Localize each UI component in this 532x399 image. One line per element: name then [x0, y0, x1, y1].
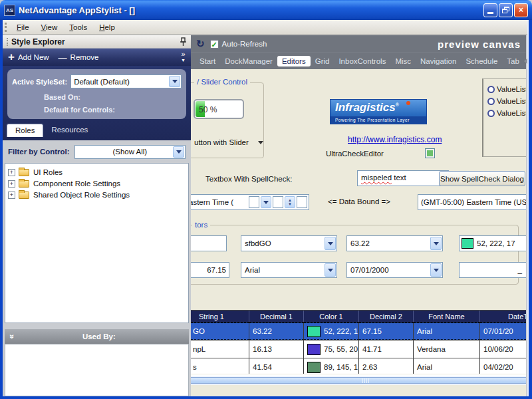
- string-combo[interactable]: sfbdGO: [241, 235, 337, 251]
- styleset-toolbar: + Add New — Remove » ▼: [3, 49, 191, 66]
- refresh-icon[interactable]: ↻: [196, 38, 205, 50]
- editor-button[interactable]: [249, 196, 259, 208]
- radio-icon[interactable]: [487, 110, 495, 117]
- font-combo[interactable]: Arial: [241, 262, 337, 278]
- preview-canvas: / Slider Control 50 % utton with Slider …: [191, 69, 526, 396]
- combo-dropdown-button[interactable]: [430, 263, 442, 277]
- date-combo[interactable]: 07/01/2000: [346, 262, 443, 278]
- slider-group-label: / Slider Control: [194, 78, 250, 86]
- column-header[interactable]: String 1: [191, 311, 249, 322]
- chevron-down-icon: [258, 141, 263, 144]
- pin-icon[interactable]: [179, 37, 187, 47]
- chevron-down-icon: [328, 269, 333, 272]
- editor-button[interactable]: [273, 196, 283, 208]
- chevron-down-icon: [434, 242, 439, 245]
- menu-file[interactable]: File: [11, 22, 35, 33]
- tab-roles[interactable]: Roles: [7, 124, 43, 137]
- combo-dropdown-button[interactable]: [325, 263, 336, 277]
- tab-editors[interactable]: Editors: [277, 56, 311, 66]
- window-border: [527, 20, 532, 399]
- column-header[interactable]: DateT: [480, 311, 526, 322]
- grid-row[interactable]: s 41.54 89, 145, 1 2.63 Arial 04/02/20: [191, 358, 526, 374]
- column-header[interactable]: Color 1: [304, 311, 359, 322]
- value-list-box: ValueListItem0 ValueListItem1 ValueListI…: [482, 78, 526, 157]
- dropdown-button[interactable]: [261, 196, 271, 208]
- tab-misc[interactable]: Misc: [390, 56, 416, 66]
- active-styleset-combo[interactable]: Default (Default): [70, 74, 182, 88]
- color-editor[interactable]: 52, 222, 17: [459, 235, 526, 251]
- tab-navigation[interactable]: Navigation: [416, 56, 461, 66]
- tab-tab[interactable]: Tab: [502, 56, 524, 66]
- horizontal-scrollbar[interactable]: [191, 374, 526, 385]
- column-header[interactable]: Decimal 2: [359, 311, 414, 322]
- show-spellcheck-dialog-button[interactable]: Show SpellCheck Dialog: [439, 171, 525, 186]
- tab-inboxcontrols[interactable]: InboxControls: [334, 56, 390, 66]
- tab-resources[interactable]: Resources: [43, 124, 96, 137]
- tab-dockmanager[interactable]: DockManager: [220, 56, 277, 66]
- value-list-item[interactable]: ValueListItem1: [487, 97, 526, 105]
- registered-icon: ®: [396, 102, 399, 107]
- button-with-slider-dropdown[interactable]: utton with Slider: [194, 138, 263, 146]
- editor-checkbox[interactable]: [297, 196, 307, 208]
- grid-row[interactable]: npL 16.13 75, 55, 20 41.71 Verdana 10/06…: [191, 340, 526, 358]
- remove-button[interactable]: Remove: [70, 53, 99, 61]
- check-icon: ✓: [211, 41, 217, 49]
- infragistics-logo: Infragistics® Powering The Presentation …: [330, 99, 427, 124]
- tree-item-component-role-settings[interactable]: + Component Role Settings: [8, 180, 186, 188]
- color-value: 52, 222, 17: [477, 239, 515, 247]
- menu-help[interactable]: Help: [93, 22, 121, 33]
- toolbar-grip[interactable]: [5, 23, 7, 32]
- scrollbar-thumb[interactable]: [191, 377, 526, 384]
- tab-start[interactable]: Start: [195, 56, 220, 66]
- tab-schedule[interactable]: Schedule: [461, 56, 502, 66]
- column-header[interactable]: Decimal 1: [249, 311, 304, 322]
- grid-row-selected[interactable]: GO 63.22 52, 222, 1 67.15 Arial 07/01/20: [191, 323, 526, 340]
- active-styleset-card: Active StyleSet: Default (Default) Based…: [7, 69, 186, 119]
- timezone-combo[interactable]: (GMT-05:00) Eastern Time (US &: [418, 194, 526, 210]
- timezone-editor[interactable]: astern Time ( ▲ ▼: [191, 194, 309, 210]
- filter-by-control-combo[interactable]: (Show All): [74, 145, 186, 159]
- minimize-button[interactable]: [483, 3, 497, 17]
- filter-row: Filter by Control: (Show All): [3, 140, 191, 163]
- expand-icon[interactable]: +: [8, 192, 15, 199]
- used-by-header[interactable]: » Used By:: [5, 329, 189, 344]
- expand-icon[interactable]: +: [8, 169, 15, 176]
- add-new-button[interactable]: Add New: [18, 53, 49, 61]
- value-list-item[interactable]: ValueListItem0: [487, 85, 526, 93]
- auto-refresh-checkbox[interactable]: ✓: [210, 40, 219, 49]
- combo-dropdown-button[interactable]: [430, 237, 442, 250]
- spin-buttons[interactable]: ▲ ▼: [285, 196, 295, 208]
- tree-item-ui-roles[interactable]: + UI Roles: [8, 168, 186, 176]
- title-bar[interactable]: AS NetAdvantage AppStylist - [] ×: [0, 0, 532, 20]
- tab-grid[interactable]: Grid: [311, 56, 334, 66]
- folder-icon: [19, 180, 29, 188]
- spellcheck-textbox[interactable]: mispeled text: [357, 170, 449, 186]
- close-button[interactable]: ×: [514, 3, 528, 17]
- menu-view[interactable]: View: [35, 22, 64, 33]
- decimal-combo[interactable]: 63.22: [346, 235, 443, 251]
- chevron-down-icon: [263, 201, 269, 204]
- color-swatch: [307, 344, 321, 355]
- restore-button[interactable]: [499, 3, 513, 17]
- radio-icon[interactable]: [487, 98, 495, 105]
- expand-icon[interactable]: +: [8, 180, 15, 188]
- combo-dropdown-button[interactable]: [169, 76, 180, 87]
- decimal-textbox[interactable]: 67.15: [191, 262, 229, 278]
- toolbar-overflow-button[interactable]: » ▼: [181, 51, 186, 63]
- value-list-item[interactable]: ValueListItem2: [487, 109, 526, 117]
- combo-dropdown-button[interactable]: [325, 237, 336, 250]
- spin-down-icon[interactable]: ▼: [288, 202, 292, 206]
- panel-grip: [7, 38, 8, 46]
- mask-textbox[interactable]: _: [459, 262, 526, 278]
- collapse-icon[interactable]: »: [7, 334, 17, 339]
- editor-textbox[interactable]: [191, 235, 227, 251]
- combo-dropdown-button[interactable]: [173, 146, 184, 158]
- column-header[interactable]: Font Name: [414, 311, 480, 322]
- editors-group-label: tors: [192, 221, 210, 229]
- data-bound-label: <= Data Bound =>: [328, 198, 390, 205]
- radio-icon[interactable]: [487, 86, 495, 93]
- infragistics-link[interactable]: http://www.infragistics.com: [348, 135, 442, 144]
- menu-tools[interactable]: Tools: [63, 22, 93, 33]
- tree-item-shared-object-role-settings[interactable]: + Shared Object Role Settings: [8, 191, 186, 199]
- ultra-check-editor-checkbox[interactable]: [425, 148, 435, 158]
